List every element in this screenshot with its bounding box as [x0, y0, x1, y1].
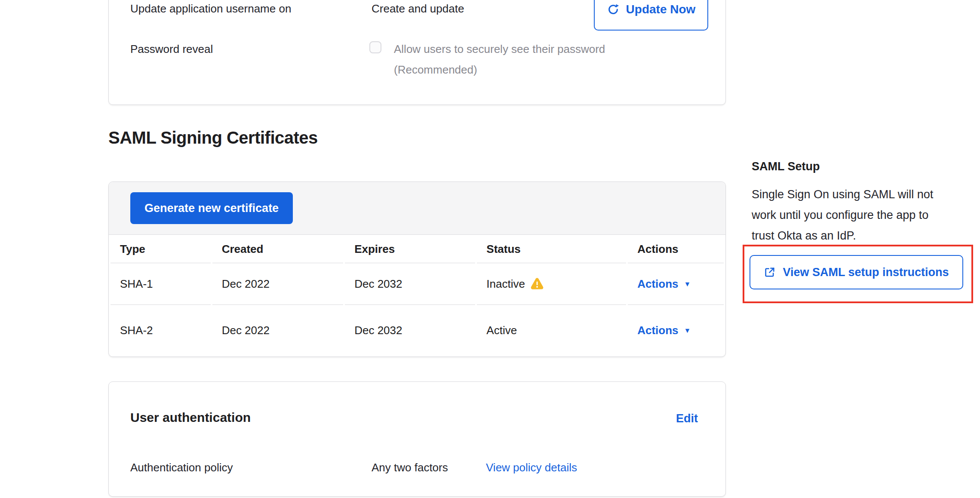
caret-down-icon: ▼	[684, 281, 691, 288]
update-now-button[interactable]: Update Now	[594, 0, 708, 31]
saml-setup-description-line: Single Sign On using SAML will not	[752, 184, 980, 205]
cell-created: Dec 2022	[212, 305, 344, 356]
external-link-icon	[764, 266, 776, 278]
saml-certificates-card: Generate new certificate Type Created Ex…	[108, 181, 726, 357]
certificate-row-sha1: SHA-1 Dec 2022 Dec 2032 Inactive	[111, 263, 724, 305]
cell-status: Inactive	[477, 263, 626, 305]
view-saml-setup-instructions-button[interactable]: View SAML setup instructions	[750, 255, 963, 289]
saml-setup-title: SAML Setup	[752, 160, 820, 173]
column-header-type: Type	[111, 235, 211, 263]
certificate-row-sha2: SHA-2 Dec 2022 Dec 2032 Active Actions ▼	[111, 305, 724, 356]
authentication-policy-value: Any two factors	[372, 460, 448, 475]
app-settings-card: Update application username on Create an…	[108, 0, 726, 105]
certificates-table-header-row: Type Created Expires Status Actions	[111, 235, 724, 263]
cell-created: Dec 2022	[212, 263, 344, 305]
column-header-created: Created	[212, 235, 344, 263]
user-authentication-card: User authentication Edit Authentication …	[108, 381, 726, 497]
username-update-label: Update application username on	[130, 1, 291, 16]
cell-expires: Dec 2032	[345, 305, 475, 356]
saml-setup-description: Single Sign On using SAML will not work …	[752, 184, 980, 246]
column-header-status: Status	[477, 235, 626, 263]
saml-certificates-heading: SAML Signing Certificates	[108, 127, 318, 148]
cell-type: SHA-1	[111, 263, 211, 305]
column-header-expires: Expires	[345, 235, 475, 263]
column-header-actions: Actions	[628, 235, 724, 263]
view-policy-details-link[interactable]: View policy details	[486, 460, 577, 475]
saml-setup-description-line: trust Okta as an IdP.	[752, 225, 980, 246]
refresh-icon	[607, 3, 620, 16]
password-reveal-checkbox[interactable]	[369, 41, 381, 53]
status-text: Inactive	[486, 277, 525, 291]
password-reveal-checkbox-text: Allow users to securely see their passwo…	[394, 42, 605, 56]
certificates-table: Type Created Expires Status Actions SHA-…	[109, 235, 725, 356]
update-now-label: Update Now	[626, 3, 696, 16]
cell-type: SHA-2	[111, 305, 211, 356]
user-authentication-title: User authentication	[130, 410, 251, 425]
actions-label: Actions	[637, 277, 678, 291]
cell-actions: Actions ▼	[628, 263, 724, 305]
authentication-policy-label: Authentication policy	[130, 460, 233, 475]
cell-status: Active	[477, 305, 626, 356]
edit-authentication-link[interactable]: Edit	[676, 412, 698, 425]
saml-setup-description-line: work until you configure the app to	[752, 205, 980, 225]
username-update-value: Create and update	[372, 1, 464, 16]
cell-expires: Dec 2032	[345, 263, 475, 305]
actions-menu-button[interactable]: Actions ▼	[637, 324, 691, 337]
password-reveal-checkbox-text-suffix: (Recommended)	[394, 62, 477, 77]
password-reveal-label: Password reveal	[130, 42, 213, 56]
okta-app-sign-on-page: Update application username on Create an…	[0, 0, 980, 498]
generate-certificate-button[interactable]: Generate new certificate	[130, 192, 293, 224]
actions-label: Actions	[637, 324, 678, 337]
caret-down-icon: ▼	[684, 327, 691, 334]
view-saml-setup-instructions-label: View SAML setup instructions	[783, 266, 949, 279]
warning-icon	[531, 278, 544, 290]
actions-menu-button[interactable]: Actions ▼	[637, 277, 691, 291]
status-text: Active	[486, 324, 517, 337]
cell-actions: Actions ▼	[628, 305, 724, 356]
